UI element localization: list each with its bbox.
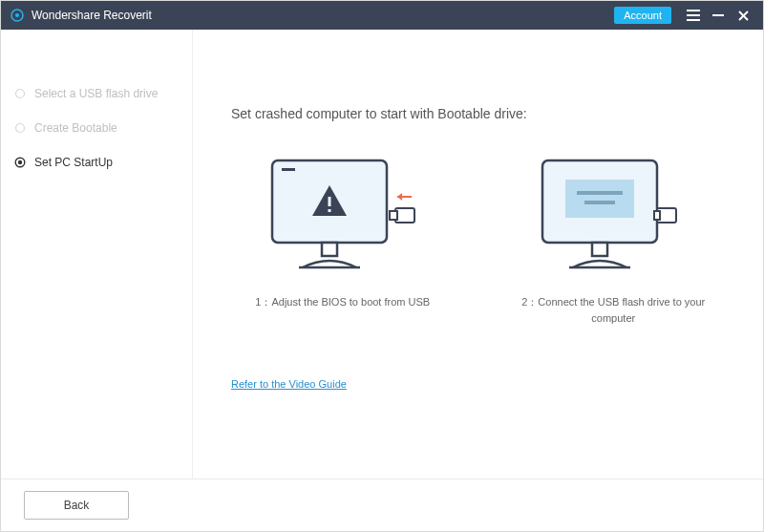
radio-off-icon — [14, 122, 26, 134]
titlebar: Wondershare Recoverit Account — [1, 1, 763, 30]
svg-rect-23 — [577, 191, 623, 195]
app-logo-icon — [11, 9, 24, 22]
footer: Back — [1, 479, 763, 531]
radio-on-icon — [14, 157, 26, 168]
svg-rect-4 — [687, 19, 700, 21]
sidebar: Select a USB flash drive Create Bootable… — [1, 30, 192, 479]
svg-rect-22 — [565, 180, 634, 218]
svg-rect-13 — [282, 168, 295, 171]
svg-rect-16 — [322, 243, 337, 256]
illustration-row: 1：Adjust the BIOS to boot from USB — [231, 150, 725, 326]
svg-rect-19 — [390, 211, 397, 220]
svg-point-9 — [16, 124, 25, 133]
page-heading: Set crashed computer to start with Boota… — [231, 106, 725, 121]
step-caption: 1：Adjust the BIOS to boot from USB — [255, 294, 430, 310]
close-icon[interactable] — [731, 1, 755, 30]
svg-rect-28 — [654, 211, 660, 220]
illustration-step-1: 1：Adjust the BIOS to boot from USB — [231, 150, 455, 326]
svg-point-11 — [18, 160, 22, 164]
radio-off-icon — [14, 88, 26, 99]
app-title: Wondershare Recoverit — [32, 9, 152, 22]
sidebar-step-label: Set PC StartUp — [34, 156, 113, 169]
back-button[interactable]: Back — [24, 491, 129, 520]
menu-icon[interactable] — [681, 1, 706, 30]
svg-point-1 — [15, 13, 19, 17]
sidebar-step-label: Select a USB flash drive — [34, 87, 158, 100]
sidebar-step-create-bootable: Create Bootable — [14, 121, 179, 135]
illustration-step-2: 2：Connect the USB flash drive to your co… — [502, 150, 726, 326]
monitor-bios-icon — [247, 155, 438, 279]
svg-point-8 — [16, 90, 25, 98]
svg-rect-15 — [328, 209, 330, 212]
video-guide-link[interactable]: Refer to the Video Guide — [231, 378, 347, 390]
app-window: Wondershare Recoverit Account — [0, 0, 764, 532]
svg-rect-2 — [687, 10, 700, 11]
monitor-connected-icon — [518, 155, 709, 279]
sidebar-step-select-usb: Select a USB flash drive — [14, 87, 179, 100]
sidebar-step-set-pc-startup: Set PC StartUp — [14, 156, 179, 169]
main-panel: Set crashed computer to start with Boota… — [192, 30, 763, 479]
svg-rect-5 — [712, 14, 724, 16]
sidebar-step-label: Create Bootable — [34, 121, 117, 135]
minimize-icon[interactable] — [706, 1, 731, 30]
body: Select a USB flash drive Create Bootable… — [1, 30, 763, 479]
svg-rect-14 — [328, 197, 330, 206]
step-caption: 2：Connect the USB flash drive to your co… — [513, 294, 713, 326]
svg-rect-24 — [584, 201, 615, 204]
account-button[interactable]: Account — [614, 7, 671, 24]
svg-rect-3 — [687, 14, 700, 16]
svg-rect-25 — [592, 243, 607, 256]
